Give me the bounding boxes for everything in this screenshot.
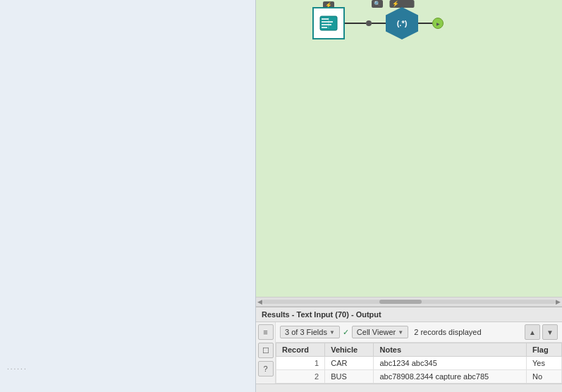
data-table: Record Vehicle Notes Flag 1CARabc1234 ab… [276, 343, 562, 384]
cell-flag: Yes [527, 357, 562, 370]
scroll-track[interactable] [262, 300, 556, 304]
fields-dropdown-arrow: ▼ [329, 329, 335, 336]
cell-notes: abc1234 abc345 [374, 357, 527, 370]
results-side-bar: ≡ ☐ ? [256, 322, 276, 384]
cell-record: 1 [276, 357, 325, 370]
connector-dot [366, 20, 372, 26]
results-wrapper: ≡ ☐ ? 3 of 3 Fields ▼ ✓ Cell Viewer ▼ [256, 322, 562, 384]
canvas-area[interactable]: ⚡ [256, 0, 562, 297]
fields-dropdown[interactable]: 3 of 3 Fields ▼ [280, 326, 340, 338]
right-panel: ⚡ [256, 0, 562, 392]
formula-badge-lightning: ⚡ [390, 0, 415, 8]
output-circle: ▶ [432, 18, 444, 29]
results-content: 3 of 3 Fields ▼ ✓ Cell Viewer ▼ 2 record… [276, 322, 562, 384]
workflow-nodes: ⚡ [312, 7, 444, 39]
node-connector-1 [345, 23, 366, 24]
scroll-thumb[interactable] [379, 300, 422, 304]
bottom-scrollbar[interactable] [256, 384, 562, 392]
cell-view-icon[interactable]: ☐ [258, 343, 274, 358]
records-count: 2 records displayed [414, 328, 481, 336]
cell-vehicle: CAR [325, 357, 374, 370]
table-row[interactable]: 2BUSabc78908.2344 capture abc785No [276, 370, 562, 384]
svg-rect-4 [322, 27, 327, 28]
viewer-label: Cell Viewer [357, 328, 396, 336]
table-header-row: Record Vehicle Notes Flag [276, 343, 562, 357]
output-icon: ▶ [436, 21, 440, 26]
cell-notes: abc78908.2344 capture abc785 [374, 370, 527, 384]
cell-record: 2 [276, 370, 325, 384]
table-view-icon[interactable]: ≡ [258, 324, 274, 340]
fields-label: 3 of 3 Fields [285, 328, 327, 336]
check-mark: ✓ [343, 328, 349, 337]
formula-badge-search: 🔍 [372, 0, 383, 8]
left-panel: ...... [0, 0, 256, 392]
horizontal-scrollbar[interactable]: ◀ ▶ [256, 297, 562, 307]
results-header: Results - Text Input (70) - Output [256, 307, 562, 322]
text-input-icon[interactable] [312, 7, 345, 39]
nav-down-btn[interactable]: ▼ [542, 324, 558, 340]
viewer-dropdown[interactable]: Cell Viewer ▼ [352, 326, 408, 338]
nav-buttons: ▲ ▼ [525, 324, 558, 340]
results-panel: Results - Text Input (70) - Output ≡ ☐ ?… [256, 307, 562, 392]
search-icon: 🔍 [374, 1, 381, 7]
cell-vehicle: BUS [325, 370, 374, 384]
formula-node[interactable]: 🔍 ⚡ (.*) [386, 7, 418, 39]
nav-up-btn[interactable]: ▲ [525, 324, 540, 340]
results-toolbar: 3 of 3 Fields ▼ ✓ Cell Viewer ▼ 2 record… [276, 322, 562, 343]
scroll-left-btn[interactable]: ◀ [257, 298, 262, 305]
results-title: Results - Text Input (70) - Output [262, 310, 381, 319]
col-header-record: Record [276, 343, 325, 357]
col-header-flag: Flag [527, 343, 562, 357]
scroll-right-btn[interactable]: ▶ [556, 298, 561, 305]
text-input-node[interactable]: ⚡ [312, 7, 345, 39]
cell-flag: No [527, 370, 562, 384]
output-connector [418, 23, 432, 24]
table-row[interactable]: 1CARabc1234 abc345Yes [276, 357, 562, 370]
formula-icon[interactable]: (.*) [386, 7, 418, 39]
help-icon[interactable]: ? [258, 361, 274, 376]
formula-symbol: (.*) [397, 19, 408, 27]
dots-indicator: ...... [7, 363, 28, 371]
svg-rect-3 [322, 24, 331, 25]
svg-rect-2 [322, 21, 333, 23]
col-header-notes: Notes [374, 343, 527, 357]
connector-line [372, 23, 386, 24]
viewer-dropdown-arrow: ▼ [398, 329, 403, 336]
col-header-vehicle: Vehicle [325, 343, 374, 357]
svg-rect-1 [322, 18, 329, 20]
